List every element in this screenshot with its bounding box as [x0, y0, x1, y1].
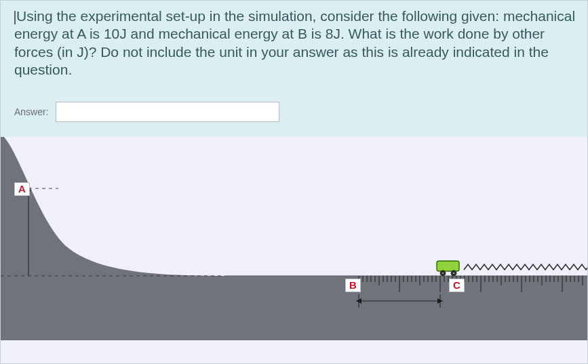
- svg-point-68: [453, 272, 455, 275]
- svg-point-67: [442, 272, 444, 275]
- answer-label: Answer:: [14, 106, 49, 117]
- question-panel: Using the experimental set-up in the sim…: [1, 1, 587, 137]
- point-label-a: A: [14, 182, 30, 196]
- point-label-c: C: [449, 279, 465, 292]
- answer-row: Answer:: [14, 102, 576, 122]
- point-label-b: B: [345, 279, 361, 292]
- diagram-svg: [1, 137, 587, 340]
- question-text: Using the experimental set-up in the sim…: [14, 8, 575, 77]
- answer-input[interactable]: [56, 102, 279, 122]
- svg-rect-64: [437, 261, 459, 271]
- text-cursor-icon: [14, 11, 16, 24]
- simulation-diagram: A B C: [1, 137, 587, 363]
- page-container: Using the experimental set-up in the sim…: [0, 0, 588, 364]
